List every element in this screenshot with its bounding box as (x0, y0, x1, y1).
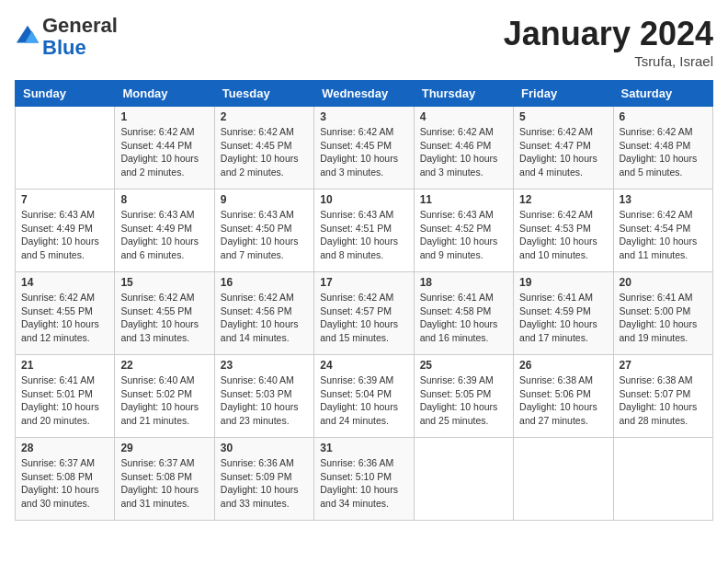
day-number: 31 (320, 442, 407, 454)
day-number: 19 (519, 276, 607, 289)
day-info: Sunrise: 6:39 AM Sunset: 5:05 PM Dayligh… (420, 373, 507, 428)
calendar-week-row: 14Sunrise: 6:42 AM Sunset: 4:55 PM Dayli… (16, 272, 713, 355)
calendar-cell: 1Sunrise: 6:42 AM Sunset: 4:44 PM Daylig… (115, 107, 214, 190)
calendar-week-row: 7Sunrise: 6:43 AM Sunset: 4:49 PM Daylig… (16, 190, 713, 272)
day-number: 27 (620, 359, 707, 372)
day-number: 28 (21, 442, 108, 454)
calendar-cell: 2Sunrise: 6:42 AM Sunset: 4:45 PM Daylig… (214, 107, 313, 190)
logo-icon (15, 24, 40, 50)
day-info: Sunrise: 6:42 AM Sunset: 4:47 PM Dayligh… (519, 125, 607, 179)
day-number: 20 (620, 276, 707, 289)
day-info: Sunrise: 6:43 AM Sunset: 4:52 PM Dayligh… (420, 208, 507, 262)
day-info: Sunrise: 6:43 AM Sunset: 4:49 PM Dayligh… (120, 208, 208, 262)
calendar-cell: 27Sunrise: 6:38 AM Sunset: 5:07 PM Dayli… (613, 355, 712, 438)
day-info: Sunrise: 6:42 AM Sunset: 4:55 PM Dayligh… (21, 291, 108, 345)
calendar-cell: 6Sunrise: 6:42 AM Sunset: 4:48 PM Daylig… (613, 107, 712, 190)
day-info: Sunrise: 6:42 AM Sunset: 4:56 PM Dayligh… (221, 291, 308, 345)
day-number: 12 (519, 193, 607, 206)
column-header-wednesday: Wednesday (314, 81, 414, 107)
day-info: Sunrise: 6:37 AM Sunset: 5:08 PM Dayligh… (120, 456, 208, 511)
calendar-cell: 30Sunrise: 6:36 AM Sunset: 5:09 PM Dayli… (214, 438, 313, 521)
calendar-cell: 26Sunrise: 6:38 AM Sunset: 5:06 PM Dayli… (514, 355, 613, 438)
day-info: Sunrise: 6:40 AM Sunset: 5:02 PM Dayligh… (120, 373, 208, 428)
calendar-cell (16, 107, 115, 190)
day-info: Sunrise: 6:42 AM Sunset: 4:55 PM Dayligh… (120, 291, 208, 345)
day-info: Sunrise: 6:42 AM Sunset: 4:48 PM Dayligh… (620, 125, 707, 179)
day-info: Sunrise: 6:42 AM Sunset: 4:53 PM Dayligh… (519, 208, 607, 262)
day-number: 14 (21, 276, 108, 289)
day-number: 26 (519, 359, 607, 372)
calendar-cell: 12Sunrise: 6:42 AM Sunset: 4:53 PM Dayli… (514, 190, 613, 272)
day-number: 5 (519, 110, 607, 123)
calendar-cell: 23Sunrise: 6:40 AM Sunset: 5:03 PM Dayli… (214, 355, 313, 438)
day-info: Sunrise: 6:42 AM Sunset: 4:57 PM Dayligh… (320, 291, 407, 345)
title-section: January 2024 Tsrufa, Israel (504, 15, 713, 69)
day-number: 11 (420, 193, 507, 206)
day-number: 29 (120, 442, 208, 454)
day-info: Sunrise: 6:41 AM Sunset: 4:59 PM Dayligh… (519, 291, 607, 345)
calendar-cell: 31Sunrise: 6:36 AM Sunset: 5:10 PM Dayli… (314, 438, 414, 521)
column-header-tuesday: Tuesday (214, 81, 313, 107)
calendar-cell: 3Sunrise: 6:42 AM Sunset: 4:45 PM Daylig… (314, 107, 414, 190)
day-number: 18 (420, 276, 507, 289)
calendar-cell: 28Sunrise: 6:37 AM Sunset: 5:08 PM Dayli… (16, 438, 115, 521)
day-info: Sunrise: 6:36 AM Sunset: 5:09 PM Dayligh… (221, 456, 308, 511)
calendar-week-row: 28Sunrise: 6:37 AM Sunset: 5:08 PM Dayli… (16, 438, 713, 521)
day-number: 30 (221, 442, 308, 454)
calendar-header-row: SundayMondayTuesdayWednesdayThursdayFrid… (16, 81, 713, 107)
location-subtitle: Tsrufa, Israel (504, 53, 713, 69)
column-header-friday: Friday (514, 81, 613, 107)
day-info: Sunrise: 6:42 AM Sunset: 4:45 PM Dayligh… (320, 125, 407, 179)
day-number: 1 (120, 110, 208, 123)
day-info: Sunrise: 6:43 AM Sunset: 4:50 PM Dayligh… (221, 208, 308, 262)
calendar-cell: 17Sunrise: 6:42 AM Sunset: 4:57 PM Dayli… (314, 272, 414, 355)
day-number: 15 (120, 276, 208, 289)
day-number: 4 (420, 110, 507, 123)
day-number: 10 (320, 193, 407, 206)
calendar-table: SundayMondayTuesdayWednesdayThursdayFrid… (15, 80, 713, 521)
day-info: Sunrise: 6:41 AM Sunset: 5:01 PM Dayligh… (21, 373, 108, 428)
calendar-cell: 21Sunrise: 6:41 AM Sunset: 5:01 PM Dayli… (16, 355, 115, 438)
day-number: 17 (320, 276, 407, 289)
day-info: Sunrise: 6:38 AM Sunset: 5:07 PM Dayligh… (620, 373, 707, 428)
calendar-week-row: 1Sunrise: 6:42 AM Sunset: 4:44 PM Daylig… (16, 107, 713, 190)
calendar-cell: 19Sunrise: 6:41 AM Sunset: 4:59 PM Dayli… (514, 272, 613, 355)
day-info: Sunrise: 6:42 AM Sunset: 4:46 PM Dayligh… (420, 125, 507, 179)
day-info: Sunrise: 6:40 AM Sunset: 5:03 PM Dayligh… (221, 373, 308, 428)
day-number: 6 (620, 110, 707, 123)
calendar-cell: 8Sunrise: 6:43 AM Sunset: 4:49 PM Daylig… (115, 190, 214, 272)
day-number: 3 (320, 110, 407, 123)
calendar-cell: 29Sunrise: 6:37 AM Sunset: 5:08 PM Dayli… (115, 438, 214, 521)
calendar-cell: 11Sunrise: 6:43 AM Sunset: 4:52 PM Dayli… (414, 190, 513, 272)
calendar-cell: 16Sunrise: 6:42 AM Sunset: 4:56 PM Dayli… (214, 272, 313, 355)
calendar-cell: 14Sunrise: 6:42 AM Sunset: 4:55 PM Dayli… (16, 272, 115, 355)
logo-text-blue: Blue (42, 36, 86, 59)
calendar-cell (514, 438, 613, 521)
day-info: Sunrise: 6:38 AM Sunset: 5:06 PM Dayligh… (519, 373, 607, 428)
calendar-cell (613, 438, 712, 521)
day-number: 16 (221, 276, 308, 289)
calendar-cell: 10Sunrise: 6:43 AM Sunset: 4:51 PM Dayli… (314, 190, 414, 272)
day-info: Sunrise: 6:37 AM Sunset: 5:08 PM Dayligh… (21, 456, 108, 511)
calendar-cell: 4Sunrise: 6:42 AM Sunset: 4:46 PM Daylig… (414, 107, 513, 190)
day-number: 2 (221, 110, 308, 123)
calendar-cell: 20Sunrise: 6:41 AM Sunset: 5:00 PM Dayli… (613, 272, 712, 355)
logo-text-general: General (42, 14, 118, 37)
calendar-cell: 18Sunrise: 6:41 AM Sunset: 4:58 PM Dayli… (414, 272, 513, 355)
day-info: Sunrise: 6:36 AM Sunset: 5:10 PM Dayligh… (320, 456, 407, 511)
calendar-cell: 7Sunrise: 6:43 AM Sunset: 4:49 PM Daylig… (16, 190, 115, 272)
day-info: Sunrise: 6:41 AM Sunset: 4:58 PM Dayligh… (420, 291, 507, 345)
calendar-cell: 15Sunrise: 6:42 AM Sunset: 4:55 PM Dayli… (115, 272, 214, 355)
day-info: Sunrise: 6:43 AM Sunset: 4:49 PM Dayligh… (21, 208, 108, 262)
logo: General Blue (15, 15, 118, 59)
day-info: Sunrise: 6:39 AM Sunset: 5:04 PM Dayligh… (320, 373, 407, 428)
column-header-thursday: Thursday (414, 81, 513, 107)
day-number: 22 (120, 359, 208, 372)
calendar-cell: 25Sunrise: 6:39 AM Sunset: 5:05 PM Dayli… (414, 355, 513, 438)
calendar-cell: 9Sunrise: 6:43 AM Sunset: 4:50 PM Daylig… (214, 190, 313, 272)
column-header-monday: Monday (115, 81, 214, 107)
calendar-cell (414, 438, 513, 521)
day-number: 9 (221, 193, 308, 206)
day-number: 7 (21, 193, 108, 206)
day-number: 13 (620, 193, 707, 206)
